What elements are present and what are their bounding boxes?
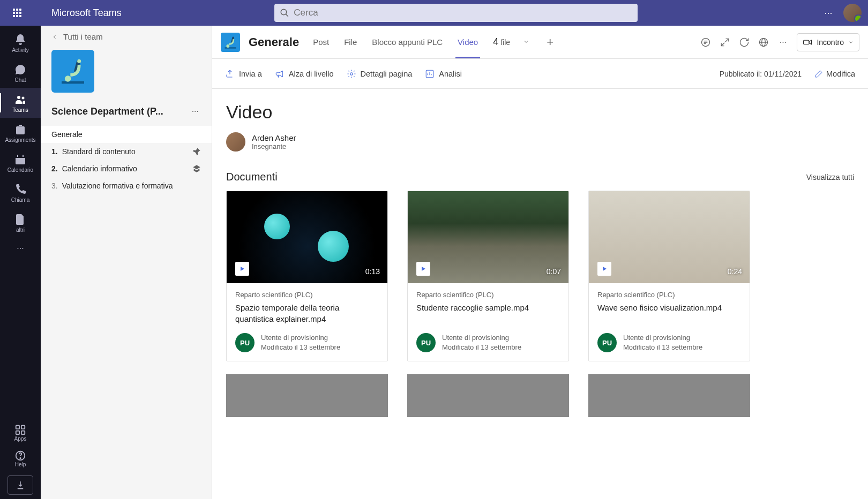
video-card[interactable]: 0:24 Reparto scientifico (PLC) Wave seno…: [588, 191, 750, 361]
rail-teams-label: Teams: [12, 107, 28, 113]
rail-calendar[interactable]: Calendario: [0, 148, 41, 178]
tab-count[interactable]: 4 file: [493, 36, 510, 48]
refresh-button[interactable]: [739, 37, 750, 48]
rail-activity[interactable]: Activity: [0, 28, 41, 58]
rail-more[interactable]: ···: [0, 238, 41, 259]
card-dept: Reparto scientifico (PLC): [416, 291, 560, 299]
svg-point-26: [350, 72, 353, 75]
svg-rect-25: [804, 40, 810, 44]
svg-rect-18: [225, 47, 236, 48]
edit-button[interactable]: Modifica: [814, 70, 855, 78]
topbar: Microsoft Teams ···: [0, 0, 868, 26]
team-more-button[interactable]: ···: [190, 104, 201, 118]
tab-chevron-button[interactable]: [519, 37, 534, 47]
tab-plc[interactable]: Blocco appunti PLC: [369, 26, 446, 58]
expand-button[interactable]: [720, 37, 730, 48]
rail-teams[interactable]: Teams: [0, 88, 41, 118]
conversation-button[interactable]: [700, 37, 711, 48]
pencil-icon: [814, 70, 823, 78]
globe-icon: [758, 37, 769, 48]
card-modified: Modificato il 13 settembre: [623, 343, 702, 352]
video-thumbnail-partial[interactable]: [226, 374, 388, 417]
rail-chat-label: Chat: [14, 77, 26, 83]
card-user: Utente di provisioning: [442, 333, 521, 343]
duration-label: 0:24: [728, 267, 742, 276]
tab-file[interactable]: File: [341, 26, 360, 58]
svg-point-0: [281, 9, 287, 15]
tab-video[interactable]: Video: [454, 26, 481, 58]
rail-apps[interactable]: Apps: [8, 421, 33, 444]
channel-calendario[interactable]: 2. Calendario informativo: [41, 160, 212, 177]
channel-standard[interactable]: 1. Standard di contenuto: [41, 143, 212, 160]
add-tab-button[interactable]: +: [542, 35, 558, 49]
microscope-icon: [58, 56, 88, 86]
chat-icon: [700, 37, 711, 48]
rail-calls[interactable]: Chiama: [0, 178, 41, 208]
bell-icon: [14, 33, 27, 46]
chart-icon: [425, 69, 435, 79]
svg-rect-5: [16, 156, 25, 158]
team-name: Science Department (P...: [51, 106, 190, 117]
rail-help[interactable]: Help: [8, 447, 33, 470]
view-all-link[interactable]: Visualizza tutti: [806, 173, 854, 182]
file-icon: [14, 213, 27, 226]
globe-button[interactable]: [758, 37, 769, 48]
rail-calendar-label: Calendario: [8, 167, 33, 173]
page-body: Video Arden Asher Insegnante Documenti V…: [212, 89, 868, 499]
meet-button[interactable]: Incontro: [797, 33, 859, 51]
rail-help-label: Help: [15, 462, 26, 467]
author-name: Arden Asher: [252, 133, 296, 142]
back-label: Tutti i team: [63, 32, 103, 41]
rail-chat[interactable]: Chat: [0, 58, 41, 88]
left-rail: Activity Chat Teams Assignments Calendar…: [0, 26, 41, 499]
download-button[interactable]: [8, 475, 33, 495]
rail-activity-label: Activity: [12, 47, 29, 53]
rail-assignments[interactable]: Assignments: [0, 118, 41, 148]
video-icon: [803, 37, 812, 47]
back-all-teams[interactable]: Tutti i team: [41, 32, 212, 46]
page-details-button[interactable]: Dettagli pagina: [347, 69, 413, 79]
channel-title: Generale: [249, 35, 299, 49]
search-box[interactable]: [274, 4, 638, 22]
page-title: Video: [226, 102, 854, 123]
channel-valutazione[interactable]: 3. Valutazione formativa e formativa: [41, 177, 212, 194]
settings-more-button[interactable]: ···: [818, 2, 839, 24]
user-badge: PU: [235, 333, 255, 352]
app-launcher-button[interactable]: [4, 0, 30, 26]
card-user: Utente di provisioning: [623, 333, 702, 343]
tab-more-button[interactable]: ···: [777, 37, 788, 48]
svg-rect-8: [16, 425, 19, 428]
help-icon: [14, 450, 26, 462]
analytics-button[interactable]: Analisi: [425, 69, 462, 79]
rail-files[interactable]: altri: [0, 208, 41, 238]
apps-icon: [14, 424, 26, 436]
gear-icon: [347, 69, 356, 79]
content-pane: Generale Post File Blocco appunti PLC Vi…: [212, 26, 868, 499]
published-date: Pubblicato il: 01/11/2021: [720, 70, 802, 78]
video-thumbnail-partial[interactable]: [407, 374, 569, 417]
card-title: Studente raccoglie sample.mp4: [416, 302, 560, 324]
channel-generale[interactable]: Generale: [41, 126, 212, 143]
pin-icon: [192, 147, 201, 156]
svg-marker-29: [422, 267, 425, 271]
chevron-down-icon: [523, 39, 529, 45]
video-thumbnail-partial[interactable]: [588, 374, 750, 417]
video-card[interactable]: 0:13 Reparto scientifico (PLC) Spazio te…: [226, 191, 388, 361]
tab-post[interactable]: Post: [310, 26, 332, 58]
promote-button[interactable]: Alza di livello: [275, 69, 334, 79]
team-avatar[interactable]: [51, 50, 94, 93]
channel-label: Generale: [51, 130, 83, 139]
phone-icon: [14, 183, 27, 196]
section-title: Documenti: [226, 171, 278, 183]
rail-calls-label: Chiama: [11, 197, 29, 203]
send-to-button[interactable]: Invia a: [225, 69, 262, 79]
search-input[interactable]: [294, 7, 632, 18]
author-avatar: [226, 132, 245, 152]
card-user: Utente di provisioning: [261, 333, 340, 343]
svg-marker-30: [603, 267, 607, 271]
chat-icon: [14, 63, 27, 76]
svg-line-1: [286, 14, 288, 17]
duration-label: 0:13: [365, 267, 380, 276]
user-avatar[interactable]: [843, 4, 862, 22]
video-card[interactable]: 0:07 Reparto scientifico (PLC) Studente …: [407, 191, 569, 361]
